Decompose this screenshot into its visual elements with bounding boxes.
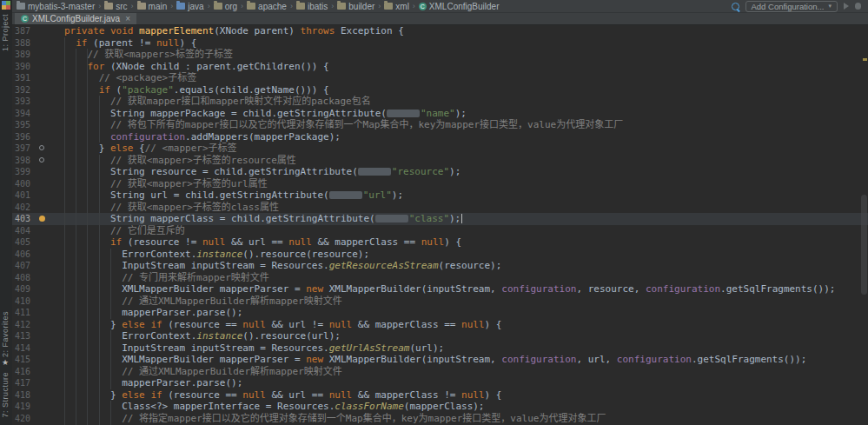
- code-line[interactable]: 394String mapperPackage = child.getStrin…: [12, 108, 868, 120]
- code-line[interactable]: 393// 获取mapper接口和mapper映射文件对应的package包名: [12, 96, 868, 108]
- gutter[interactable]: [38, 155, 64, 167]
- line-number[interactable]: 394: [12, 108, 38, 120]
- code-line[interactable]: 411mapperParser.parse();: [12, 307, 868, 319]
- gutter[interactable]: [38, 119, 64, 131]
- gutter[interactable]: [38, 307, 64, 319]
- code-line[interactable]: 419Class<?> mapperInterface = Resources.…: [12, 401, 868, 413]
- close-icon[interactable]: ×: [125, 15, 130, 23]
- code-line[interactable]: 403String mapperClass = child.getStringA…: [12, 213, 868, 225]
- gutter[interactable]: [38, 213, 64, 225]
- line-number[interactable]: 415: [12, 354, 38, 366]
- line-number[interactable]: 414: [12, 342, 38, 355]
- gutter[interactable]: [38, 225, 64, 237]
- gutter[interactable]: [38, 354, 64, 366]
- gutter[interactable]: [38, 330, 64, 342]
- gutter[interactable]: [38, 178, 64, 190]
- line-number[interactable]: 390: [12, 61, 38, 73]
- code-line[interactable]: 409XMLMapperBuilder mapperParser = new X…: [12, 283, 868, 296]
- code-line[interactable]: 401String url = child.getStringAttribute…: [12, 189, 868, 202]
- code-line[interactable]: 398// 获取<mapper>子标签的resource属性: [12, 155, 868, 167]
- line-number[interactable]: 401: [12, 189, 38, 202]
- line-number[interactable]: 402: [12, 202, 38, 214]
- line-number[interactable]: 403: [12, 213, 38, 225]
- breadcrumb-item[interactable]: apache: [247, 2, 287, 11]
- code-line[interactable]: 416// 通过XMLMapperBuilder解析mapper映射文件: [12, 366, 868, 378]
- code-line[interactable]: 397} else {// <mapper>子标签: [12, 143, 868, 155]
- gutter[interactable]: [38, 72, 64, 84]
- code-line[interactable]: 402// 获取<mapper>子标签的class属性: [12, 202, 868, 214]
- gutter[interactable]: [38, 108, 64, 120]
- gutter[interactable]: [38, 413, 64, 425]
- run-icon[interactable]: [844, 3, 849, 10]
- gutter[interactable]: [38, 260, 64, 272]
- code-line[interactable]: 400// 获取<mapper>子标签的url属性: [12, 178, 868, 190]
- code-line[interactable]: 418} else if (resource == null && url ==…: [12, 389, 868, 402]
- code-line[interactable]: 407InputStream inputStream = Resources.g…: [12, 260, 868, 272]
- code-line[interactable]: 413ErrorContext.instance().resource(url)…: [12, 330, 868, 342]
- code-line[interactable]: 390for (XNode child : parent.getChildren…: [12, 61, 868, 73]
- gutter[interactable]: [38, 366, 64, 378]
- gutter[interactable]: [38, 189, 64, 202]
- line-number[interactable]: 398: [12, 155, 38, 167]
- line-number[interactable]: 397: [12, 143, 38, 155]
- line-number[interactable]: 413: [12, 330, 38, 342]
- code-line[interactable]: 408// 专门用来解析mapper映射文件: [12, 272, 868, 284]
- line-number[interactable]: 420: [12, 413, 38, 425]
- line-number[interactable]: 417: [12, 377, 38, 389]
- gutter[interactable]: [38, 283, 64, 296]
- code-line[interactable]: 395// 将包下所有的mapper接口以及它的代理对象存储到一个Map集合中，…: [12, 119, 868, 131]
- line-number[interactable]: 408: [12, 272, 38, 284]
- gutter[interactable]: [38, 166, 64, 178]
- tab-xmlconfigbuilder[interactable]: C XMLConfigBuilder.java ×: [15, 13, 136, 24]
- gutter[interactable]: [38, 401, 64, 413]
- gutter[interactable]: [38, 296, 64, 308]
- code-line[interactable]: 396configuration.addMappers(mapperPackag…: [12, 131, 868, 143]
- debug-icon[interactable]: [855, 3, 861, 10]
- line-number[interactable]: 406: [12, 249, 38, 261]
- line-number[interactable]: 389: [12, 49, 38, 61]
- code-line[interactable]: 420// 将指定mapper接口以及它的代理对象存储到一个Map集合中，key…: [12, 413, 868, 425]
- breadcrumb-item[interactable]: ibatis: [296, 2, 328, 11]
- code-editor[interactable]: 387private void mapperElement(XNode pare…: [12, 25, 868, 425]
- gutter-marker-icon[interactable]: [39, 157, 44, 163]
- gutter-marker-icon[interactable]: [39, 145, 44, 150]
- code-line[interactable]: 410// 通过XMLMapperBuilder解析mapper映射文件: [12, 296, 868, 308]
- gutter[interactable]: [38, 272, 64, 284]
- gutter[interactable]: [38, 236, 64, 249]
- breadcrumb-item[interactable]: java: [176, 2, 203, 11]
- gutter[interactable]: [38, 84, 64, 96]
- line-number[interactable]: 416: [12, 366, 38, 378]
- code-line[interactable]: 414InputStream inputStream = Resources.g…: [12, 342, 868, 355]
- gutter[interactable]: [38, 61, 64, 73]
- code-line[interactable]: 415XMLMapperBuilder mapperParser = new X…: [12, 354, 868, 366]
- line-number[interactable]: 405: [12, 236, 38, 249]
- bookmark-icon[interactable]: [39, 216, 45, 222]
- app-icon[interactable]: [2, 1, 10, 10]
- line-number[interactable]: 393: [12, 96, 38, 108]
- code-line[interactable]: 412} else if (resource == null && url !=…: [12, 319, 868, 331]
- breadcrumb-item[interactable]: builder: [337, 2, 374, 11]
- gutter[interactable]: [38, 377, 64, 389]
- line-number[interactable]: 419: [12, 401, 38, 413]
- line-number[interactable]: 418: [12, 389, 38, 402]
- code-line[interactable]: 417mapperParser.parse();: [12, 377, 868, 389]
- line-number[interactable]: 388: [12, 37, 38, 50]
- code-line[interactable]: 406ErrorContext.instance().resource(reso…: [12, 249, 868, 261]
- vertical-scrollbar[interactable]: [860, 25, 868, 425]
- line-number[interactable]: 391: [12, 72, 38, 84]
- line-number[interactable]: 399: [12, 166, 38, 178]
- toolwindow-button-project[interactable]: 1: Project: [1, 14, 10, 51]
- line-number[interactable]: 387: [12, 25, 38, 37]
- gutter[interactable]: [38, 319, 64, 331]
- gutter[interactable]: [38, 37, 64, 50]
- line-number[interactable]: 392: [12, 84, 38, 96]
- gutter[interactable]: [38, 143, 64, 155]
- line-number[interactable]: 411: [12, 307, 38, 319]
- breadcrumb-item[interactable]: CXMLConfigBuilder: [419, 2, 500, 11]
- line-number[interactable]: 400: [12, 178, 38, 190]
- gutter[interactable]: [38, 49, 64, 61]
- search-icon[interactable]: [732, 3, 739, 10]
- code-line[interactable]: 389// 获取<mappers>标签的子标签: [12, 49, 868, 61]
- line-number[interactable]: 395: [12, 119, 38, 131]
- line-number[interactable]: 404: [12, 225, 38, 237]
